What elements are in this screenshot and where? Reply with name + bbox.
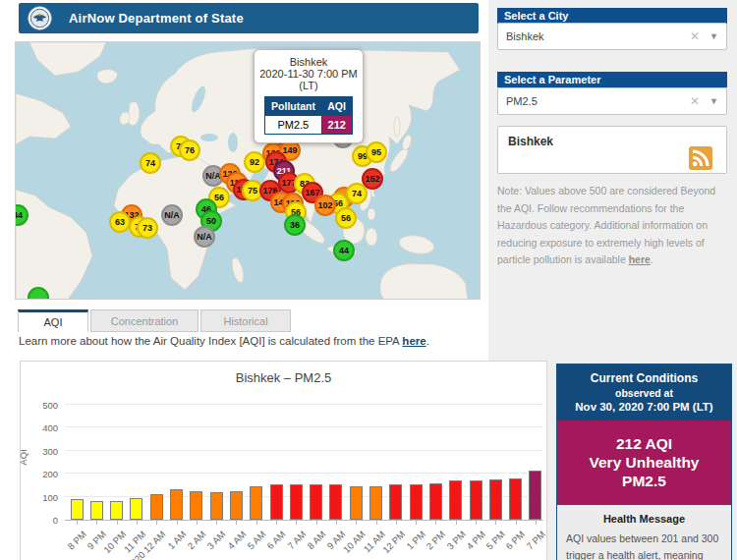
aqi-marker[interactable]: 74	[140, 152, 161, 174]
aqi-bar	[270, 484, 283, 520]
aqi-bar	[190, 491, 202, 520]
city-select[interactable]: Bishkek ✕ ▼	[497, 23, 727, 50]
dropdown-caret-icon[interactable]: ▼	[709, 31, 718, 41]
aqi-bar	[230, 491, 243, 520]
aqi-marker[interactable]: 74	[346, 183, 368, 204]
note-here-link[interactable]: here	[629, 253, 651, 265]
chart-x-tick-label: 12 PM	[380, 529, 407, 555]
chart-y-tick-label: 500	[28, 400, 58, 411]
conditions-title: Current Conditions	[561, 371, 727, 385]
chart-gridline	[65, 404, 543, 405]
learn-more-text: Learn more about how the Air Quality Ind…	[19, 335, 402, 347]
aqi-bar	[350, 486, 363, 520]
chart-y-tick-label: 400	[28, 422, 58, 433]
chart-x-tick-label: 6 AM	[265, 529, 288, 551]
aqi-marker[interactable]: 102	[314, 195, 336, 216]
app-title: AirNow Department of State	[69, 11, 244, 26]
chart-x-tick-label: 7 PM	[524, 529, 546, 551]
tab-bar: AQIConcentrationHistorical	[18, 309, 293, 332]
chart-x-tick	[456, 521, 457, 525]
aqi-bar	[489, 479, 502, 520]
chart-x-tick	[416, 521, 417, 525]
aqi-bar	[150, 494, 163, 520]
tooltip-pollutant-header: Pollutant	[265, 97, 321, 116]
aqi-bar	[509, 478, 522, 520]
tab-historical[interactable]: Historical	[200, 309, 291, 332]
chart-x-tick-label: 2 AM	[185, 529, 207, 551]
aqi-bar	[210, 492, 223, 520]
rss-feed-box: Bishkek	[497, 126, 727, 174]
chart-x-tick-label: 3 AM	[205, 529, 228, 551]
aqi-marker[interactable]: 56	[335, 207, 357, 229]
chart-x-tick	[216, 521, 217, 525]
chart-gridline	[65, 450, 543, 451]
tooltip-aqi-value: 212	[321, 116, 352, 135]
learn-more-line: Learn more about how the Air Quality Ind…	[19, 335, 429, 347]
learn-more-suffix: .	[426, 335, 429, 347]
chart-y-tick-label: 100	[28, 492, 58, 503]
chart-y-axis-label: AQI	[18, 449, 28, 465]
aqi-bar	[449, 480, 462, 520]
aqi-bar	[170, 489, 183, 520]
note-text: Note: Values above 500 are considered Be…	[497, 183, 723, 269]
chart-x-tick-label: 2 PM	[425, 529, 447, 551]
chart-x-tick	[296, 521, 297, 525]
learn-more-here-link[interactable]: here	[402, 335, 425, 347]
conditions-header: Current Conditions observed at Nov 30, 2…	[557, 364, 731, 420]
aqi-marker[interactable]: 36	[284, 214, 306, 236]
aqi-bar	[110, 501, 123, 520]
parameter-select[interactable]: PM2.5 ✕ ▼	[497, 87, 727, 115]
chart-x-tick	[137, 521, 138, 525]
note-suffix: .	[651, 253, 653, 265]
world-aqi-map[interactable]: 77767492N/A12611817275564650N/AN/A132637…	[15, 41, 481, 300]
rss-icon[interactable]	[689, 146, 712, 170]
aqi-bar	[329, 484, 342, 520]
aqi-marker[interactable]: N/A	[194, 226, 215, 248]
aqi-marker[interactable]: 63	[109, 211, 131, 233]
select-parameter-header: Select a Parameter	[497, 72, 727, 87]
aqi-bar	[71, 499, 84, 520]
chart-x-tick	[356, 521, 357, 525]
tooltip-city: Bishkek	[258, 56, 359, 68]
chart-gridline	[65, 426, 543, 427]
clear-icon[interactable]: ✕	[690, 29, 700, 43]
chart-x-tick-label: 7 AM	[285, 529, 308, 551]
aqi-bar	[130, 498, 142, 520]
chart-x-tick	[435, 521, 436, 525]
chart-x-tick	[197, 521, 198, 525]
chart-x-tick	[516, 521, 517, 525]
tooltip-aqi-table: Pollutant AQI PM2.5 212	[264, 96, 353, 135]
aqi-bar	[470, 480, 482, 520]
aqi-marker[interactable]: 76	[179, 140, 200, 161]
aqi-bar	[310, 484, 322, 520]
dropdown-caret-icon[interactable]: ▼	[709, 96, 718, 106]
chart-x-tick	[256, 521, 257, 525]
aqi-bar	[290, 484, 303, 520]
health-message-box: Health Message AQI values between 201 an…	[557, 505, 731, 560]
aqi-bar	[250, 486, 262, 520]
chart-x-tick	[96, 521, 97, 525]
aqi-bar	[389, 484, 402, 520]
tooltip-aqi-header: AQI	[321, 97, 352, 116]
aqi-bar	[429, 483, 442, 520]
aqi-bar	[369, 486, 382, 520]
chart-plot-area: 8 PM9 PM10 PM11 PM2020 12 AM1 AM2 AM3 AM…	[65, 399, 543, 521]
chart-x-tick	[396, 521, 397, 525]
aqi-marker[interactable]: N/A	[161, 204, 183, 226]
aqi-marker[interactable]: 44	[333, 240, 355, 261]
chart-x-tick	[177, 521, 178, 525]
parameter-select-value: PM2.5	[506, 95, 690, 107]
chart-x-tick	[236, 521, 237, 525]
clear-icon[interactable]: ✕	[690, 94, 700, 108]
tab-aqi[interactable]: AQI	[18, 309, 88, 332]
aqi-marker[interactable]: 73	[137, 217, 158, 239]
city-select-value: Bishkek	[506, 30, 690, 42]
chart-x-tick-label: 4 AM	[225, 529, 248, 551]
chart-x-tick-label: 6 PM	[504, 529, 527, 551]
aqi-marker[interactable]: 95	[366, 141, 387, 163]
chart-x-tick	[476, 521, 477, 525]
chart-x-tick-label: 8 PM	[65, 529, 87, 551]
map-tooltip: Bishkek 2020-11-30 7:00 PM (LT) Pollutan…	[254, 49, 364, 143]
aqi-bar	[90, 501, 103, 520]
tab-concentration[interactable]: Concentration	[90, 309, 198, 332]
